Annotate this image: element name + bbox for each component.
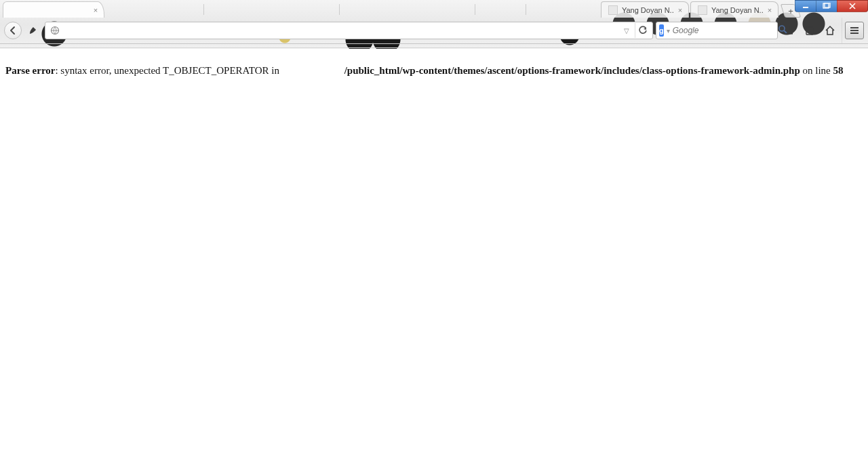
reload-icon xyxy=(638,26,648,35)
home-button[interactable] xyxy=(821,22,839,39)
tab-strip: × Yang Doyan N.. × Yang Doyan N.. × + xyxy=(0,0,868,18)
svg-rect-0 xyxy=(803,7,808,8)
hamburger-icon xyxy=(850,26,859,35)
tab-background[interactable]: Yang Doyan N.. × xyxy=(601,1,689,18)
window-minimize-button[interactable] xyxy=(795,0,816,12)
search-bar[interactable]: g ▾ xyxy=(656,22,778,39)
search-input[interactable] xyxy=(673,26,775,35)
close-tab-icon[interactable]: × xyxy=(676,6,684,14)
chevron-down-icon[interactable]: ▾ xyxy=(667,27,670,35)
tab-title: Yang Doyan N.. xyxy=(711,6,763,14)
download-icon xyxy=(784,25,795,36)
svg-rect-5 xyxy=(786,33,793,35)
error-line-number: 58 xyxy=(833,65,844,76)
close-tab-icon[interactable]: × xyxy=(92,6,100,14)
tab-separator xyxy=(203,4,204,15)
tab-background[interactable]: Yang Doyan N.. × xyxy=(690,1,778,18)
svg-rect-11 xyxy=(850,30,859,31)
navigation-toolbar: ▽ g ▾ xyxy=(0,18,868,43)
error-file-path: /public_html/wp-content/themes/ascent/op… xyxy=(344,65,800,76)
url-bar[interactable]: ▽ xyxy=(45,22,653,39)
toolbar-bottom-border xyxy=(0,47,868,48)
pinned-addon-icon[interactable] xyxy=(24,22,42,39)
tab-title: Yang Doyan N.. xyxy=(622,6,673,14)
favicon-icon xyxy=(608,5,618,15)
url-input[interactable] xyxy=(64,26,618,35)
readinglist-button[interactable] xyxy=(801,22,818,39)
svg-rect-8 xyxy=(808,31,812,32)
error-message: syntax error, unexpected T_OBJECT_OPERAT… xyxy=(60,65,281,76)
toolbar-bottom-border xyxy=(0,43,868,44)
tab-separator xyxy=(339,4,340,15)
back-button[interactable] xyxy=(4,22,22,39)
window-caption-buttons xyxy=(795,0,868,12)
site-identity-icon[interactable] xyxy=(48,24,62,37)
plus-icon: + xyxy=(788,6,793,16)
arrow-left-icon xyxy=(8,26,18,35)
page-content: Parse error: syntax error, unexpected T_… xyxy=(0,49,868,462)
favicon-icon xyxy=(698,5,707,15)
tab-separator xyxy=(475,4,475,15)
php-error-line: Parse error: syntax error, unexpected T_… xyxy=(5,64,863,77)
tab-active[interactable]: × xyxy=(3,1,104,18)
svg-rect-9 xyxy=(808,33,810,33)
svg-rect-7 xyxy=(808,29,812,30)
clipboard-icon xyxy=(804,25,815,36)
close-tab-icon[interactable]: × xyxy=(766,6,774,14)
home-icon xyxy=(825,25,835,36)
window-maximize-button[interactable] xyxy=(816,0,837,12)
error-label: Parse error xyxy=(5,65,55,76)
search-engine-icon[interactable]: g xyxy=(659,24,664,37)
tab-separator xyxy=(526,4,526,15)
svg-rect-10 xyxy=(850,27,859,28)
downloads-button[interactable] xyxy=(781,22,798,39)
hamburger-menu-button[interactable] xyxy=(845,22,864,39)
toolbar-separator xyxy=(842,18,842,43)
svg-rect-12 xyxy=(850,33,859,34)
urlbar-dropdown-icon[interactable]: ▽ xyxy=(621,27,632,35)
reload-button[interactable] xyxy=(635,23,650,38)
window-close-button[interactable] xyxy=(837,0,868,12)
